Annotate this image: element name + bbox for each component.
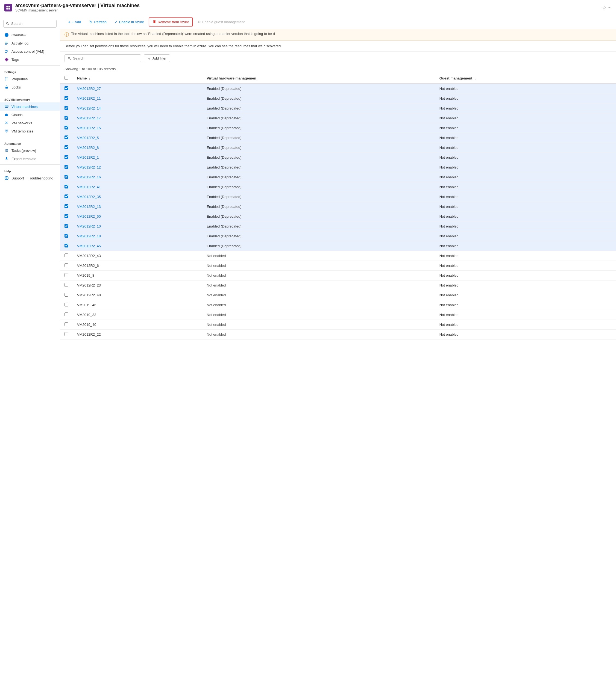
row-checkbox[interactable]: [64, 253, 68, 257]
table-header-name[interactable]: Name ↕: [73, 73, 202, 83]
row-checkbox[interactable]: [64, 135, 68, 139]
row-checkbox[interactable]: [64, 263, 68, 267]
vm-name-link[interactable]: VM2012R2_41: [77, 185, 101, 189]
row-checkbox[interactable]: [64, 322, 68, 326]
virtual-machines-icon: [4, 104, 9, 109]
add-button[interactable]: + + Add: [64, 18, 85, 26]
vm-name-link[interactable]: VM2012R2_18: [77, 234, 101, 238]
row-checkbox[interactable]: [64, 126, 68, 129]
row-name-cell: VM2012R2_5: [73, 133, 202, 143]
row-checkbox[interactable]: [64, 273, 68, 277]
sidebar-item-vm-templates[interactable]: VM templates: [0, 127, 60, 135]
sidebar-item-export-template[interactable]: Export template: [0, 155, 60, 163]
row-checkbox[interactable]: [64, 165, 68, 169]
row-checkbox[interactable]: [64, 86, 68, 90]
locks-icon: [4, 85, 9, 89]
sidebar-section-settings: Settings: [0, 67, 60, 75]
table-header-checkbox: [60, 73, 73, 83]
notice-icon: ⓘ: [64, 32, 69, 38]
enable-in-azure-button[interactable]: ✓ Enable in Azure: [111, 18, 148, 26]
vm-name-link[interactable]: VM2012R2_17: [77, 116, 101, 120]
sidebar-item-support[interactable]: ? Support + Troubleshooting: [0, 174, 60, 182]
guest-sort-icon: ↕: [474, 77, 476, 80]
row-checkbox[interactable]: [64, 155, 68, 159]
row-checkbox[interactable]: [64, 116, 68, 120]
row-guest-cell: Not enabled: [435, 123, 616, 133]
vm-name-link[interactable]: VM2012R2_1: [77, 155, 99, 160]
vm-name-link[interactable]: VM2012R2_8: [77, 146, 99, 150]
row-name-cell: VM2012R2_23: [73, 281, 202, 290]
vm-name-link[interactable]: VM2012R2_11: [77, 97, 101, 101]
row-hw-cell: Enabled (Deprecated): [202, 104, 435, 113]
row-checkbox[interactable]: [64, 185, 68, 188]
refresh-button[interactable]: ↻ Refresh: [86, 18, 110, 26]
row-checkbox[interactable]: [64, 293, 68, 297]
row-name-cell: VM2019_46: [73, 300, 202, 310]
select-all-checkbox[interactable]: [64, 76, 68, 80]
row-checkbox[interactable]: [64, 224, 68, 228]
table-header-row: Name ↕ Virtual hardware managemen Guest …: [60, 73, 616, 83]
table-row: VM2012R2_6Not enabledNot enabled: [60, 261, 616, 271]
row-name-cell: VM2012R2_27: [73, 83, 202, 94]
row-checkbox[interactable]: [64, 214, 68, 218]
row-checkbox[interactable]: [64, 96, 68, 100]
table-header-guest-mgmt[interactable]: Guest management ↕: [435, 73, 616, 83]
row-checkbox[interactable]: [64, 283, 68, 287]
sidebar-item-tasks[interactable]: Tasks (preview): [0, 147, 60, 155]
table-row: VM2019_46Not enabledNot enabled: [60, 300, 616, 310]
row-checkbox[interactable]: [64, 244, 68, 247]
row-checkbox[interactable]: [64, 234, 68, 238]
sidebar-item-vm-networks[interactable]: VM networks: [0, 119, 60, 127]
vm-name-link[interactable]: VM2012R2_13: [77, 205, 101, 209]
sidebar-item-clouds[interactable]: Clouds: [0, 111, 60, 119]
row-checkbox[interactable]: [64, 303, 68, 306]
more-options-icon[interactable]: ···: [608, 5, 612, 10]
row-checkbox[interactable]: [64, 194, 68, 198]
row-name-cell: VM2012R2_10: [73, 222, 202, 231]
add-filter-button[interactable]: Add filter: [144, 54, 170, 62]
row-checkbox[interactable]: [64, 313, 68, 316]
enable-guest-management-button[interactable]: ⚙ Enable guest management: [194, 18, 248, 26]
vm-name-link[interactable]: VM2012R2_35: [77, 195, 101, 199]
row-name-cell: VM2012R2_35: [73, 192, 202, 202]
row-guest-cell: Not enabled: [435, 163, 616, 172]
vm-name-link[interactable]: VM2012R2_16: [77, 175, 101, 179]
sidebar-item-access-control[interactable]: Access control (IAM): [0, 47, 60, 55]
row-name-cell: VM2012R2_11: [73, 94, 202, 104]
table-container: Name ↕ Virtual hardware managemen Guest …: [60, 73, 616, 676]
table-row: VM2012R2_41Enabled (Deprecated)Not enabl…: [60, 182, 616, 192]
sidebar-item-locks[interactable]: Locks: [0, 83, 60, 91]
row-checkbox[interactable]: [64, 175, 68, 179]
row-checkbox[interactable]: [64, 145, 68, 149]
vm-name-link[interactable]: VM2012R2_12: [77, 165, 101, 169]
sidebar-search-input[interactable]: [3, 20, 57, 27]
vm-name-link[interactable]: VM2012R2_14: [77, 106, 101, 110]
table-row: VM2012R2_22Not enabledNot enabled: [60, 330, 616, 339]
sidebar-item-properties[interactable]: Properties: [0, 75, 60, 83]
vm-name-link[interactable]: VM2012R2_27: [77, 87, 101, 91]
row-checkbox[interactable]: [64, 204, 68, 208]
row-checkbox[interactable]: [64, 106, 68, 110]
favorite-icon[interactable]: ☆: [602, 5, 606, 11]
sidebar-item-overview[interactable]: Overview: [0, 31, 60, 39]
vm-name-link[interactable]: VM2012R2_15: [77, 126, 101, 130]
svg-rect-3: [8, 8, 10, 9]
sidebar-section-inventory: SCVMM inventory: [0, 95, 60, 102]
toolbar: + + Add ↻ Refresh ✓ Enable in Azure Remo…: [60, 15, 616, 29]
vm-name-link[interactable]: VM2012R2_10: [77, 224, 101, 228]
sidebar-section-automation: Automation: [0, 139, 60, 147]
support-icon: ?: [4, 176, 9, 180]
vm-name-link[interactable]: VM2012R2_50: [77, 214, 101, 219]
row-name-cell: VM2019_40: [73, 320, 202, 330]
svg-rect-13: [6, 77, 8, 78]
sidebar-item-virtual-machines[interactable]: Virtual machines: [0, 102, 60, 111]
row-checkbox[interactable]: [64, 332, 68, 336]
filter-search-container: [64, 54, 141, 62]
vm-name-link[interactable]: VM2012R2_5: [77, 136, 99, 140]
remove-from-azure-button[interactable]: Remove from Azure: [149, 17, 193, 26]
row-guest-cell: Not enabled: [435, 310, 616, 320]
table-search-input[interactable]: [73, 56, 133, 60]
sidebar-item-tags[interactable]: Tags: [0, 55, 60, 64]
sidebar-item-activity-log[interactable]: Activity log: [0, 39, 60, 47]
vm-name-link[interactable]: VM2012R2_45: [77, 244, 101, 248]
